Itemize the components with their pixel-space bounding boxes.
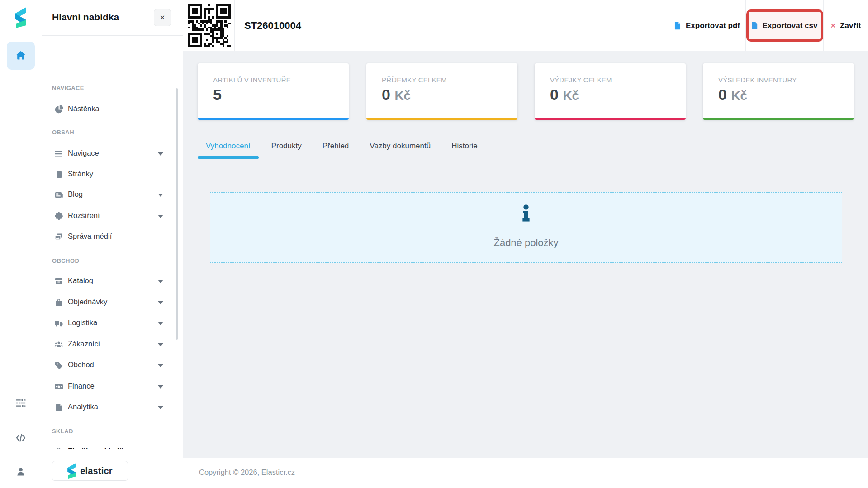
sidebar-item-zbozi-na-sklade[interactable]: Zboží na skladě <box>42 441 183 449</box>
csv-file-icon <box>751 21 759 30</box>
puzzle-icon <box>54 212 63 221</box>
elasticr-mark-icon <box>15 7 27 30</box>
sidebar-footer: elasticr <box>42 449 183 488</box>
stat-card-artikly: ARTIKLŮ V INVENTUŘE 5 <box>198 63 349 120</box>
sidebar-item-blog[interactable]: Blog <box>42 185 183 205</box>
icon-rail <box>0 0 42 488</box>
app-root: Hlavní nabídka ✕ NAVIGACE Nástěnka OBSAH… <box>0 0 868 488</box>
sidebar-item-finance[interactable]: Finance <box>42 376 183 397</box>
sidebar-item-rozsireni[interactable]: Rozšíření <box>42 206 183 227</box>
account-button[interactable] <box>7 458 35 486</box>
document-number: ST26010004 <box>244 20 301 32</box>
chevron-down-icon <box>158 343 163 346</box>
close-x-icon: ✕ <box>830 22 836 30</box>
empty-state: Žádné položky <box>210 192 842 263</box>
sidebar-item-katalog[interactable]: Katalog <box>42 271 183 292</box>
document-icon <box>54 403 63 412</box>
dashboard-pie-icon <box>54 105 63 114</box>
sidebar-nav: NAVIGACE Nástěnka OBSAH Navigace Stránky… <box>42 36 183 449</box>
newspaper-icon <box>54 190 63 199</box>
chevron-down-icon <box>158 152 163 156</box>
chevron-down-icon <box>158 301 163 304</box>
settings-button[interactable] <box>7 389 35 417</box>
banknote-icon <box>54 382 63 391</box>
main-menu-sidebar: Hlavní nabídka ✕ NAVIGACE Nástěnka OBSAH… <box>42 0 183 488</box>
tag-icon <box>54 361 63 370</box>
bag-icon <box>54 298 63 307</box>
empty-state-message: Žádné položky <box>210 237 842 249</box>
section-obsah: OBSAH <box>52 129 74 136</box>
sidebar-close-button[interactable]: ✕ <box>154 9 171 26</box>
sliders-icon <box>15 398 26 408</box>
chevron-down-icon <box>158 280 163 283</box>
home-button[interactable] <box>7 42 35 70</box>
tab-vyhodnoceni[interactable]: Vyhodnocení <box>198 135 259 158</box>
section-sklad: SKLAD <box>52 428 73 435</box>
close-icon: ✕ <box>160 14 166 22</box>
stat-card-vysledek: VÝSLEDEK INVENTURY 0 Kč <box>703 63 854 120</box>
section-obchod: OBCHOD <box>52 257 79 264</box>
qr-code <box>188 4 231 47</box>
sidebar-item-nastenka[interactable]: Nástěnka <box>42 99 183 120</box>
chevron-down-icon <box>158 322 163 325</box>
elasticr-mark-icon <box>67 463 76 479</box>
document-header: ST26010004 Exportovat pdf Exportovat csv… <box>183 0 868 51</box>
sidebar-item-zakaznici[interactable]: Zákazníci <box>42 334 183 355</box>
pdf-file-icon <box>674 21 682 30</box>
sidebar-scrollbar[interactable] <box>176 88 178 340</box>
sidebar-item-objednavky[interactable]: Objednávky <box>42 292 183 313</box>
code-icon <box>15 432 26 443</box>
chevron-down-icon <box>158 215 163 218</box>
page-icon <box>54 170 63 179</box>
chevron-down-icon <box>158 406 163 409</box>
stat-card-vydejky: VÝDEJKY CELKEM 0 Kč <box>535 63 686 120</box>
elasticr-brand-link[interactable]: elasticr <box>52 461 128 481</box>
page-footer: Copyright © 2026, Elasticr.cz <box>183 458 868 488</box>
export-csv-button[interactable]: Exportovat csv <box>745 0 823 51</box>
copyright-text: Copyright © 2026, Elasticr.cz <box>199 468 295 477</box>
rail-divider-top <box>0 36 42 36</box>
user-icon <box>15 466 26 477</box>
home-icon <box>15 50 27 62</box>
media-images-icon <box>54 232 63 242</box>
tab-prehled[interactable]: Přehled <box>314 135 357 158</box>
close-document-button[interactable]: ✕ Zavřít <box>823 0 868 51</box>
tab-produkty[interactable]: Produkty <box>263 135 310 158</box>
header-separator <box>234 0 235 51</box>
tab-historie[interactable]: Historie <box>443 135 486 158</box>
sidebar-item-obchod[interactable]: Obchod <box>42 355 183 376</box>
users-group-icon <box>54 340 63 349</box>
sidebar-item-navigace[interactable]: Navigace <box>42 143 183 164</box>
truck-icon <box>54 319 63 328</box>
chevron-down-icon <box>158 364 163 367</box>
brand-wordmark: elasticr <box>80 466 113 476</box>
sidebar-item-analytika[interactable]: Analytika <box>42 397 183 418</box>
sidebar-item-stranky[interactable]: Stránky <box>42 164 183 185</box>
detail-tabs: Vyhodnocení Produkty Přehled Vazby dokum… <box>198 135 854 158</box>
export-pdf-button[interactable]: Exportovat pdf <box>669 0 745 51</box>
sidebar-item-sprava-medii[interactable]: Správa médií <box>42 227 183 247</box>
section-navigace: NAVIGACE <box>52 85 84 91</box>
tab-vazby-dokumentu[interactable]: Vazby dokumentů <box>361 135 439 158</box>
sidebar-item-logistika[interactable]: Logistika <box>42 313 183 334</box>
info-icon <box>521 204 531 223</box>
developer-button[interactable] <box>7 424 35 452</box>
sidebar-header: Hlavní nabídka ✕ <box>42 0 183 36</box>
chevron-down-icon <box>158 194 163 197</box>
stat-card-prijemky: PŘÍJEMKY CELKEM 0 Kč <box>366 63 517 120</box>
main-area: ST26010004 Exportovat pdf Exportovat csv… <box>183 0 868 488</box>
chevron-down-icon <box>158 385 163 389</box>
rail-divider-bottom <box>0 377 42 377</box>
archive-box-icon <box>54 277 63 286</box>
menu-lines-icon <box>54 149 63 158</box>
sidebar-title: Hlavní nabídka <box>52 12 119 23</box>
